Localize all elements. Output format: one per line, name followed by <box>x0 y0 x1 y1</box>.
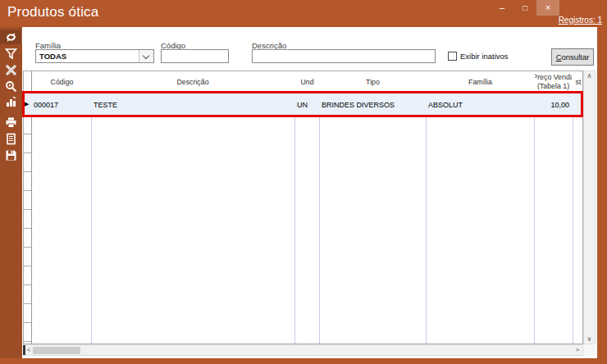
products-grid[interactable]: Código Descrição Und Tipo Família Preço … <box>23 71 583 344</box>
scroll-down-icon[interactable]: ∨ <box>584 335 595 343</box>
row-separator-ticks <box>24 116 31 344</box>
main-panel: Família TODAS Código Descrição Exibir in… <box>22 27 597 358</box>
consultar-button[interactable]: Consultar <box>551 48 594 66</box>
page-title: Produtos ótica <box>7 4 98 20</box>
app-window: Produtos ótica – □ × Registros: 1 <box>0 0 607 364</box>
chart-icon[interactable] <box>0 93 22 108</box>
registros-link[interactable]: Registros: 1 <box>559 16 602 25</box>
cell-und[interactable]: UN <box>297 93 318 116</box>
vertical-scrollbar[interactable]: ∧ ∨ <box>583 71 596 344</box>
cell-descricao[interactable]: TESTE <box>94 93 293 116</box>
cell-preco-venda[interactable]: 10,00 <box>535 93 569 116</box>
header-familia[interactable]: Família <box>427 71 534 93</box>
report-icon[interactable] <box>0 131 22 146</box>
table-row[interactable]: 000017 TESTE UN BRINDES DIVERSOS ABSOLUT… <box>24 93 582 116</box>
scrollbar-corner <box>583 344 596 356</box>
filter-icon[interactable] <box>0 46 22 61</box>
descricao-field-box <box>252 49 436 63</box>
grid-corner-mark <box>23 345 25 355</box>
exibir-inativos-label: Exibir inativos <box>460 52 509 61</box>
descricao-input[interactable] <box>253 50 435 62</box>
save-icon[interactable] <box>0 148 22 162</box>
minimize-button[interactable]: – <box>491 0 513 16</box>
header-codigo[interactable]: Código <box>33 71 91 93</box>
header-descricao[interactable]: Descrição <box>92 71 294 93</box>
chevron-down-icon[interactable] <box>139 50 153 62</box>
close-button[interactable]: × <box>536 0 559 16</box>
maximize-button[interactable]: □ <box>513 0 536 16</box>
toolbar-sidebar <box>0 27 22 358</box>
title-bar: Produtos ótica – □ × Registros: 1 <box>0 0 607 27</box>
header-tipo[interactable]: Tipo <box>320 71 426 93</box>
grid-header: Código Descrição Und Tipo Família Preço … <box>24 71 582 93</box>
hscroll-thumb[interactable] <box>33 347 80 354</box>
print-icon[interactable] <box>0 115 22 130</box>
search-icon[interactable] <box>0 79 22 93</box>
current-row-arrow-icon: ▶ <box>25 101 29 107</box>
cell-codigo[interactable]: 000017 <box>34 93 90 116</box>
scroll-right-icon[interactable]: > <box>573 345 582 355</box>
exibir-inativos-checkbox[interactable] <box>448 52 457 61</box>
refresh-icon[interactable] <box>0 30 22 44</box>
cell-familia[interactable]: ABSOLUT <box>428 93 533 116</box>
cell-tipo[interactable]: BRINDES DIVERSOS <box>322 93 425 116</box>
header-truncated[interactable]: st <box>573 71 583 93</box>
header-preco-venda[interactable]: Preço Venda(Tabela 1) <box>535 71 572 93</box>
horizontal-scrollbar[interactable]: < > <box>23 344 583 356</box>
scroll-up-icon[interactable]: ∧ <box>584 72 595 80</box>
clear-filter-icon[interactable] <box>0 62 22 77</box>
codigo-input[interactable] <box>162 50 228 62</box>
codigo-field-box <box>161 49 229 63</box>
header-und[interactable]: Und <box>295 71 319 93</box>
familia-select[interactable]: TODAS <box>35 49 154 63</box>
familia-selected-value: TODAS <box>36 52 139 61</box>
